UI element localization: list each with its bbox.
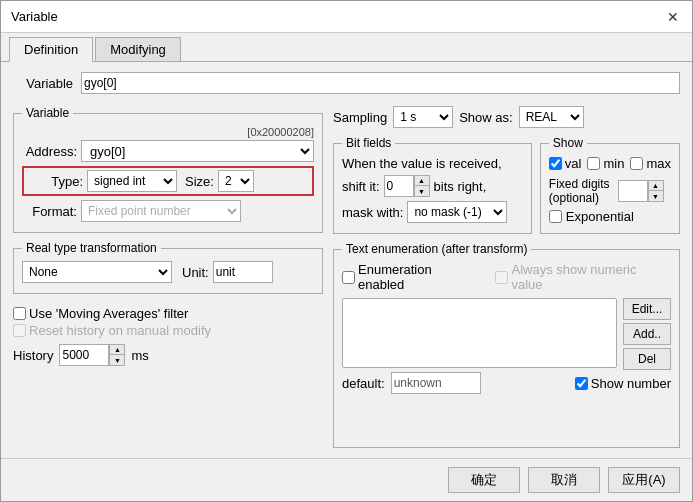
ok-button[interactable]: 确定 [448, 467, 520, 493]
format-label: Format: [22, 204, 77, 219]
fixed-up-button[interactable]: ▲ [649, 181, 663, 191]
show-number-checkbox[interactable] [575, 377, 588, 390]
reset-history-row: Reset history on manual modify [13, 323, 323, 338]
enum-del-button[interactable]: Del [623, 348, 671, 370]
unit-input[interactable] [213, 261, 273, 283]
tab-definition[interactable]: Definition [9, 37, 93, 62]
history-down-button[interactable]: ▼ [110, 355, 124, 365]
dialog-content: Variable Variable [0x20000208] Address: … [1, 62, 692, 458]
history-row: History ▲ ▼ ms [13, 344, 323, 366]
exponential-label: Exponential [566, 209, 634, 224]
real-transform-group: Real type transformation None Unit: [13, 241, 323, 294]
bit-fields-when: When the value is received, [342, 156, 523, 171]
address-field-row: Address: gyo[0] [22, 140, 314, 162]
shift-row: shift it: ▲ ▼ bits right, [342, 175, 523, 197]
title-bar: Variable ✕ [1, 1, 692, 33]
tab-modifying[interactable]: Modifying [95, 37, 181, 61]
close-button[interactable]: ✕ [664, 8, 682, 26]
show-min-checkbox[interactable] [587, 157, 600, 170]
show-max-label: max [646, 156, 671, 171]
sampling-row: Sampling 1 s Show as: REAL [333, 106, 680, 128]
show-group: Show val min [540, 136, 680, 234]
sampling-select[interactable]: 1 s [393, 106, 453, 128]
format-field-row: Format: Fixed point number [22, 200, 314, 222]
history-spinner: ▲ ▼ [109, 344, 125, 366]
show-val-checkbox[interactable] [549, 157, 562, 170]
enum-enabled-checkbox[interactable] [342, 271, 355, 284]
enum-edit-button[interactable]: Edit... [623, 298, 671, 320]
size-label: Size: [185, 174, 214, 189]
show-min-row: min [587, 156, 624, 171]
cancel-button[interactable]: 取消 [528, 467, 600, 493]
real-transform-row: None Unit: [22, 261, 314, 283]
fixed-label: Fixed digits [549, 177, 610, 191]
show-group-legend: Show [549, 136, 587, 150]
type-select[interactable]: signed int [87, 170, 177, 192]
always-show-label: Always show numeric value [511, 262, 671, 292]
history-up-button[interactable]: ▲ [110, 345, 124, 355]
enum-buttons: Edit... Add.. Del [623, 298, 671, 372]
shift-spinbox: ▲ ▼ [384, 175, 430, 197]
shift-down-button[interactable]: ▼ [415, 186, 429, 196]
enum-content-row: Edit... Add.. Del [342, 298, 671, 372]
variable-group-legend: Variable [22, 106, 73, 120]
shift-input[interactable] [384, 175, 414, 197]
shift-up-button[interactable]: ▲ [415, 176, 429, 186]
mask-select[interactable]: no mask (-1) [407, 201, 507, 223]
history-input[interactable] [59, 344, 109, 366]
exponential-checkbox[interactable] [549, 210, 562, 223]
type-label: Type: [28, 174, 83, 189]
bottom-buttons: 确定 取消 应用(A) [1, 458, 692, 501]
type-size-row: Type: signed int Size: 2 [22, 166, 314, 196]
shift-spinner: ▲ ▼ [414, 175, 430, 197]
variable-top-input[interactable] [81, 72, 680, 94]
exponential-row: Exponential [549, 209, 671, 224]
transform-select[interactable]: None [22, 261, 172, 283]
reset-history-checkbox [13, 324, 26, 337]
sampling-label: Sampling [333, 110, 387, 125]
fixed-digits-input[interactable] [618, 180, 648, 202]
dialog-title: Variable [11, 9, 58, 24]
history-unit: ms [131, 348, 148, 363]
size-select[interactable]: 2 [218, 170, 254, 192]
reset-history-label: Reset history on manual modify [29, 323, 211, 338]
tabs-bar: Definition Modifying [1, 33, 692, 62]
enum-enabled-label: Enumeration enabled [358, 262, 481, 292]
show-max-checkbox[interactable] [630, 157, 643, 170]
format-select[interactable]: Fixed point number [81, 200, 241, 222]
fixed-digits-label: Fixed digits (optional) [549, 177, 610, 205]
default-label: default: [342, 376, 385, 391]
right-top-row: Sampling 1 s Show as: REAL [333, 106, 680, 128]
variable-group: Variable [0x20000208] Address: gyo[0] Ty… [13, 106, 323, 233]
show-number-row: Show number [575, 376, 671, 391]
show-val-row: val [549, 156, 582, 171]
default-input[interactable] [391, 372, 481, 394]
fixed-digits-row: Fixed digits (optional) ▲ ▼ [549, 177, 671, 205]
apply-button[interactable]: 应用(A) [608, 467, 680, 493]
history-spinbox: ▲ ▼ [59, 344, 125, 366]
moving-avg-checkbox[interactable] [13, 307, 26, 320]
real-transform-legend: Real type transformation [22, 241, 161, 255]
fixed-down-button[interactable]: ▼ [649, 191, 663, 201]
show-as-select[interactable]: REAL [519, 106, 584, 128]
address-select[interactable]: gyo[0] [81, 140, 314, 162]
shift-label1: shift it: [342, 179, 380, 194]
show-number-label: Show number [591, 376, 671, 391]
fixed-digits-spinbox: ▲ ▼ [618, 180, 664, 202]
show-val-label: val [565, 156, 582, 171]
variable-top-label: Variable [13, 76, 73, 91]
fixed-digits-spinner: ▲ ▼ [648, 180, 664, 202]
main-two-col: Variable [0x20000208] Address: gyo[0] Ty… [13, 106, 680, 448]
address-hex-row: [0x20000208] [22, 126, 314, 138]
fixed-optional: (optional) [549, 191, 599, 205]
mask-row: mask with: no mask (-1) [342, 201, 523, 223]
show-checkboxes: val min max [549, 156, 671, 171]
bit-fields-legend: Bit fields [342, 136, 395, 150]
enum-add-button[interactable]: Add.. [623, 323, 671, 345]
left-column: Variable [0x20000208] Address: gyo[0] Ty… [13, 106, 323, 448]
always-show-checkbox [495, 271, 508, 284]
show-min-label: min [603, 156, 624, 171]
enum-listbox[interactable] [342, 298, 617, 368]
right-column: Sampling 1 s Show as: REAL Bit fiel [333, 106, 680, 448]
variable-dialog: Variable ✕ Definition Modifying Variable… [0, 0, 693, 502]
